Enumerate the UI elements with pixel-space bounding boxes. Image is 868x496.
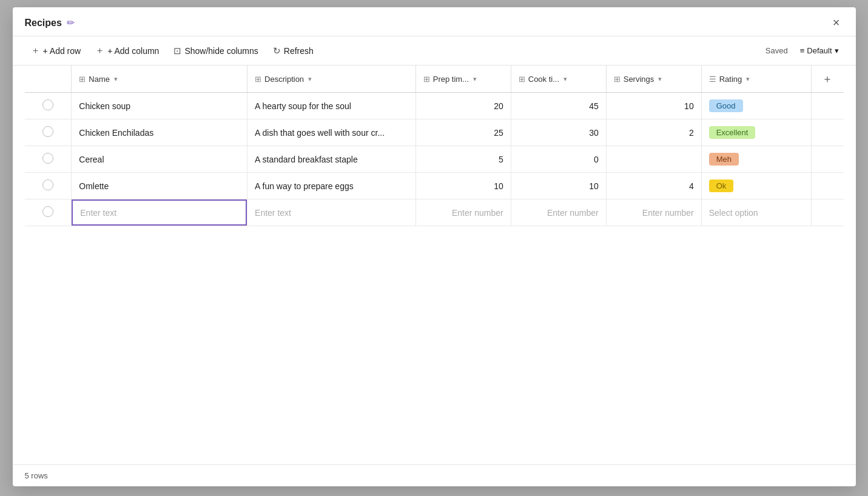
cell-description[interactable]: A hearty soup for the soul: [247, 93, 416, 119]
desc-col-icon: ⊞: [255, 75, 261, 84]
cell-cook-time[interactable]: 30: [511, 119, 606, 146]
new-row-name-cell[interactable]: [72, 199, 247, 226]
rating-sort-icon: ▾: [746, 75, 750, 83]
row-select-cell: [25, 93, 72, 119]
col-header-prep-time[interactable]: ⊞ Prep tim... ▾: [415, 65, 511, 93]
new-row-extra: [811, 199, 843, 226]
chevron-down-icon: ▾: [835, 46, 839, 55]
col-header-cook-time[interactable]: ⊞ Cook ti... ▾: [511, 65, 606, 93]
show-hide-icon: ⊡: [173, 45, 181, 56]
cell-rating[interactable]: Ok: [701, 173, 811, 199]
cell-servings[interactable]: 4: [606, 173, 701, 199]
rating-badge: Good: [709, 99, 743, 112]
cell-cook-value: 45: [511, 101, 606, 111]
table-row: OmletteA fun way to prepare eggs10104Ok: [25, 173, 844, 199]
new-row: Enter textEnter numberEnter numberEnter …: [25, 199, 844, 226]
cell-rating[interactable]: Meh: [701, 146, 811, 173]
cell-cook-value: 0: [511, 155, 606, 164]
cell-prep-time[interactable]: 25: [415, 119, 511, 146]
recipes-table: ⊞ Name ▾ ⊞ Description ▾: [25, 65, 844, 226]
cell-description[interactable]: A fun way to prepare eggs: [247, 173, 416, 199]
add-column-header-button[interactable]: ＋: [811, 65, 843, 93]
row-checkbox[interactable]: [42, 153, 53, 164]
cell-servings-value: 2: [607, 128, 701, 138]
row-checkbox[interactable]: [42, 126, 53, 137]
cell-cook-time[interactable]: 0: [511, 146, 606, 173]
cell-description[interactable]: A standard breakfast staple: [247, 146, 416, 173]
col-header-description[interactable]: ⊞ Description ▾: [247, 65, 416, 93]
new-row-rating-placeholder: Select option: [702, 208, 811, 218]
cell-rating-value: Good: [702, 99, 811, 112]
col-servings-label: Servings: [624, 75, 654, 84]
cell-prep-value: 25: [416, 128, 511, 138]
new-row-prep-placeholder: Enter number: [416, 208, 511, 218]
default-label: Default: [807, 46, 832, 55]
cell-name-value: Cereal: [72, 155, 247, 164]
cell-rating-value: Excellent: [702, 126, 811, 139]
cell-cook-time[interactable]: 10: [511, 173, 606, 199]
row-count-label: 5 rows: [25, 471, 48, 480]
cell-prep-time[interactable]: 10: [415, 173, 511, 199]
cell-desc-value: A hearty soup for the soul: [247, 101, 415, 111]
new-row-prep-cell[interactable]: Enter number: [415, 199, 511, 226]
new-row-rating-cell[interactable]: Select option: [701, 199, 811, 226]
cell-prep-time[interactable]: 20: [415, 93, 511, 119]
row-checkbox[interactable]: [42, 99, 53, 110]
cell-servings[interactable]: 2: [606, 119, 701, 146]
col-header-rating[interactable]: ☰ Rating ▾: [701, 65, 811, 93]
cell-name[interactable]: Omlette: [72, 173, 247, 199]
cell-description[interactable]: A dish that goes well with sour cr...: [247, 119, 416, 146]
add-row-icon: ＋: [31, 45, 40, 56]
show-hide-label: Show/hide columns: [184, 46, 258, 56]
edit-title-icon[interactable]: ✏: [67, 17, 75, 28]
name-sort-icon: ▾: [114, 75, 118, 83]
col-rating-label: Rating: [719, 75, 742, 84]
table-row: CerealA standard breakfast staple50Meh: [25, 146, 844, 173]
col-name-label: Name: [89, 75, 110, 84]
rating-badge: Excellent: [709, 126, 756, 139]
cell-extra: [811, 173, 843, 199]
row-checkbox[interactable]: [42, 179, 53, 190]
rating-col-icon: ☰: [709, 75, 716, 84]
close-button[interactable]: ×: [829, 15, 844, 31]
col-desc-label: Description: [264, 75, 304, 84]
show-hide-columns-button[interactable]: ⊡ Show/hide columns: [167, 42, 264, 60]
new-row-cook-placeholder: Enter number: [511, 208, 606, 218]
servings-col-icon: ⊞: [614, 75, 621, 84]
new-row-cook-cell[interactable]: Enter number: [511, 199, 606, 226]
new-row-desc-cell[interactable]: Enter text: [247, 199, 416, 226]
refresh-label: Refresh: [284, 46, 314, 56]
cell-rating-value: Meh: [702, 153, 811, 166]
cell-rating[interactable]: Good: [701, 93, 811, 119]
cell-name[interactable]: Chicken soup: [72, 93, 247, 119]
col-header-name[interactable]: ⊞ Name ▾: [72, 65, 247, 93]
modal-title: Recipes: [25, 18, 62, 28]
table-header-row: ⊞ Name ▾ ⊞ Description ▾: [25, 65, 844, 93]
cell-extra: [811, 146, 843, 173]
cell-rating[interactable]: Excellent: [701, 119, 811, 146]
new-row-servings-cell[interactable]: Enter number: [606, 199, 701, 226]
cook-col-icon: ⊞: [519, 75, 525, 84]
cell-cook-time[interactable]: 45: [511, 93, 606, 119]
row-select-cell: [25, 173, 72, 199]
add-row-button[interactable]: ＋ + Add row: [25, 41, 87, 60]
cell-desc-value: A standard breakfast staple: [247, 155, 415, 164]
name-col-icon: ⊞: [79, 75, 86, 84]
cell-name[interactable]: Chicken Enchiladas: [72, 119, 247, 146]
default-view-button[interactable]: ≡ Default ▾: [795, 44, 844, 58]
cell-servings[interactable]: [606, 146, 701, 173]
col-header-servings[interactable]: ⊞ Servings ▾: [606, 65, 701, 93]
lines-icon: ≡: [800, 46, 805, 55]
new-row-name-input[interactable]: [72, 199, 247, 226]
cell-name-value: Omlette: [72, 181, 247, 191]
cell-servings[interactable]: 10: [606, 93, 701, 119]
add-column-button[interactable]: ＋ + Add column: [89, 41, 165, 60]
new-row-checkbox[interactable]: [42, 206, 53, 217]
desc-sort-icon: ▾: [308, 75, 312, 83]
refresh-button[interactable]: ↻ Refresh: [267, 42, 320, 60]
add-column-label: + Add column: [107, 46, 159, 56]
add-row-label: + Add row: [43, 46, 81, 56]
cell-name[interactable]: Cereal: [72, 146, 247, 173]
cell-name-value: Chicken soup: [72, 101, 247, 111]
cell-prep-time[interactable]: 5: [415, 146, 511, 173]
